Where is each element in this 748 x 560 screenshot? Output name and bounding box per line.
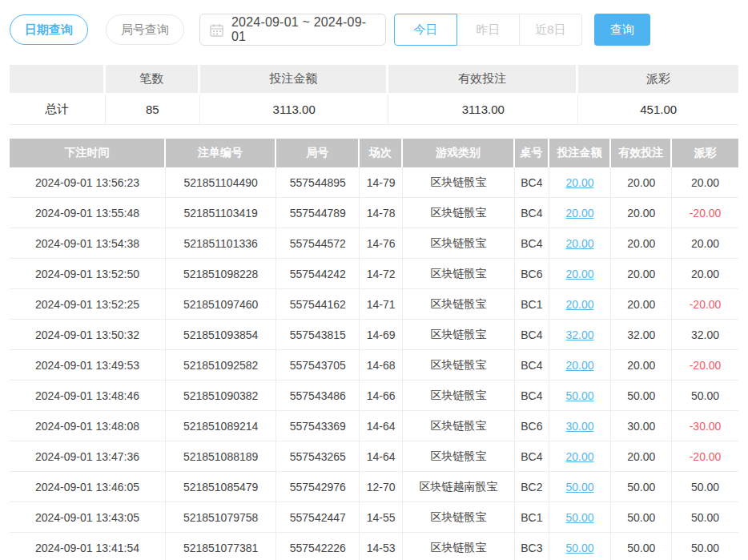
cell-round-id: 557543486 (276, 381, 360, 411)
cell-payout: -20.00 (672, 289, 738, 320)
cell-bet-time: 2024-09-01 13:56:23 (10, 167, 166, 198)
cell-valid-bet: 20.00 (611, 167, 672, 198)
bet-amount-link[interactable]: 20.00 (565, 237, 593, 250)
table-row: 2024-09-01 13:56:23 521851104490 5575448… (10, 167, 738, 198)
table-row: 2024-09-01 13:55:48 521851103419 5575447… (10, 198, 738, 228)
header-bet-id: 注单编号 (166, 139, 276, 167)
summary-total-valid-bet: 3113.00 (388, 95, 578, 125)
cell-bet-id: 521851077381 (166, 533, 276, 560)
cell-valid-bet: 50.00 (611, 533, 672, 560)
cell-bet-time: 2024-09-01 13:46:05 (10, 472, 166, 502)
cell-round-id: 557544242 (276, 259, 360, 289)
search-button[interactable]: 查询 (594, 14, 650, 46)
cell-bet-id: 521851093854 (166, 320, 276, 350)
summary-total-count: 85 (106, 95, 201, 125)
cell-session: 14-69 (360, 320, 403, 350)
cell-table-no: BC1 (515, 502, 549, 533)
cell-bet-id: 521851089214 (166, 411, 276, 441)
cell-bet-amount: 30.00 (549, 411, 612, 441)
table-row: 2024-09-01 13:49:53 521851092582 5575437… (10, 350, 738, 381)
bet-amount-link[interactable]: 32.00 (565, 328, 593, 341)
summary-total-payout: 451.00 (578, 95, 738, 125)
cell-payout: -20.00 (672, 198, 738, 228)
cell-game-type: 区块链骰宝 (403, 228, 515, 259)
date-range-input[interactable]: 2024-09-01 ~ 2024-09-01 (199, 14, 386, 46)
cell-bet-time: 2024-09-01 13:48:08 (10, 411, 166, 441)
bet-amount-link[interactable]: 30.00 (565, 420, 593, 433)
cell-bet-time: 2024-09-01 13:49:53 (10, 350, 166, 381)
date-query-tab[interactable]: 日期查询 (10, 14, 88, 45)
bet-amount-link[interactable]: 50.00 (565, 511, 593, 524)
cell-round-id: 557544572 (276, 228, 360, 259)
cell-payout: -20.00 (672, 350, 738, 381)
cell-table-no: BC4 (515, 350, 549, 381)
bet-amount-link[interactable]: 50.00 (565, 389, 593, 402)
summary-total-label: 总计 (10, 95, 106, 125)
cell-valid-bet: 20.00 (611, 259, 672, 289)
bet-amount-link[interactable]: 50.00 (565, 481, 593, 494)
cell-payout: 20.00 (672, 167, 738, 198)
cell-bet-time: 2024-09-01 13:52:25 (10, 289, 166, 320)
cell-game-type: 区块链骰宝 (403, 289, 515, 320)
cell-round-id: 557543705 (276, 350, 360, 381)
summary-total-bet-amount: 3113.00 (200, 95, 388, 125)
cell-bet-amount: 50.00 (549, 472, 612, 502)
bet-amount-link[interactable]: 20.00 (565, 450, 593, 463)
header-valid-bet: 有效投注 (611, 139, 672, 167)
cell-game-type: 区块链骰宝 (403, 259, 515, 289)
date-range-value: 2024-09-01 ~ 2024-09-01 (231, 15, 376, 44)
cell-valid-bet: 32.00 (611, 320, 672, 350)
cell-valid-bet: 20.00 (611, 289, 672, 320)
cell-payout: 20.00 (672, 228, 738, 259)
cell-session: 14-68 (360, 350, 403, 381)
cell-game-type: 区块链骰宝 (403, 350, 515, 381)
bet-amount-link[interactable]: 20.00 (565, 207, 593, 220)
table-row: 2024-09-01 13:52:50 521851098228 5575442… (10, 259, 738, 289)
bet-amount-link[interactable]: 20.00 (565, 268, 593, 280)
cell-bet-amount: 20.00 (549, 289, 612, 320)
cell-valid-bet: 50.00 (611, 472, 672, 502)
cell-valid-bet: 20.00 (611, 228, 672, 259)
yesterday-button[interactable]: 昨日 (456, 14, 520, 46)
cell-bet-id: 521851101336 (166, 228, 276, 259)
summary-header-count: 笔数 (106, 65, 201, 95)
cell-bet-time: 2024-09-01 13:47:36 (10, 441, 166, 472)
cell-bet-amount: 20.00 (549, 350, 612, 381)
cell-valid-bet: 50.00 (611, 381, 672, 411)
summary-header-empty (10, 65, 106, 95)
cell-session: 14-53 (360, 533, 403, 560)
cell-game-type: 区块链骰宝 (403, 167, 515, 198)
cell-bet-amount: 32.00 (549, 320, 612, 350)
today-button[interactable]: 今日 (394, 14, 457, 46)
cell-bet-time: 2024-09-01 13:50:32 (10, 320, 166, 350)
cell-game-type: 区块链骰宝 (403, 198, 515, 228)
cell-round-id: 557543815 (276, 320, 360, 350)
last-8-days-button[interactable]: 近8日 (519, 14, 582, 46)
cell-session: 14-71 (360, 289, 403, 320)
cell-bet-amount: 20.00 (549, 167, 612, 198)
cell-table-no: BC1 (515, 289, 549, 320)
cell-table-no: BC2 (515, 472, 549, 502)
cell-bet-time: 2024-09-01 13:52:50 (10, 259, 166, 289)
cell-bet-time: 2024-09-01 13:54:38 (10, 228, 166, 259)
bet-amount-link[interactable]: 50.00 (565, 542, 593, 554)
header-bet-time: 下注时间 (10, 139, 166, 167)
table-row: 2024-09-01 13:48:46 521851090382 5575434… (10, 381, 738, 411)
cell-valid-bet: 20.00 (611, 441, 672, 472)
table-row: 2024-09-01 13:52:25 521851097460 5575441… (10, 289, 738, 320)
table-row: 2024-09-01 13:46:05 521851085479 5575429… (10, 472, 738, 502)
cell-bet-id: 521851088189 (166, 441, 276, 472)
header-session: 场次 (360, 139, 403, 167)
cell-valid-bet: 20.00 (611, 198, 672, 228)
summary-header-row: 笔数 投注金额 有效投注 派彩 (10, 65, 738, 95)
bet-amount-link[interactable]: 20.00 (565, 359, 593, 372)
cell-bet-amount: 50.00 (549, 533, 612, 560)
bet-records-table: 下注时间 注单编号 局号 场次 游戏类别 桌号 投注金额 有效投注 派彩 202… (10, 139, 738, 560)
table-row: 2024-09-01 13:41:54 521851077381 5575422… (10, 533, 738, 560)
round-query-tab[interactable]: 局号查询 (106, 14, 184, 45)
bet-amount-link[interactable]: 20.00 (565, 298, 593, 311)
cell-bet-time: 2024-09-01 13:43:05 (10, 502, 166, 533)
bet-amount-link[interactable]: 20.00 (565, 176, 593, 189)
cell-session: 14-78 (360, 198, 403, 228)
cell-round-id: 557542226 (276, 533, 360, 560)
